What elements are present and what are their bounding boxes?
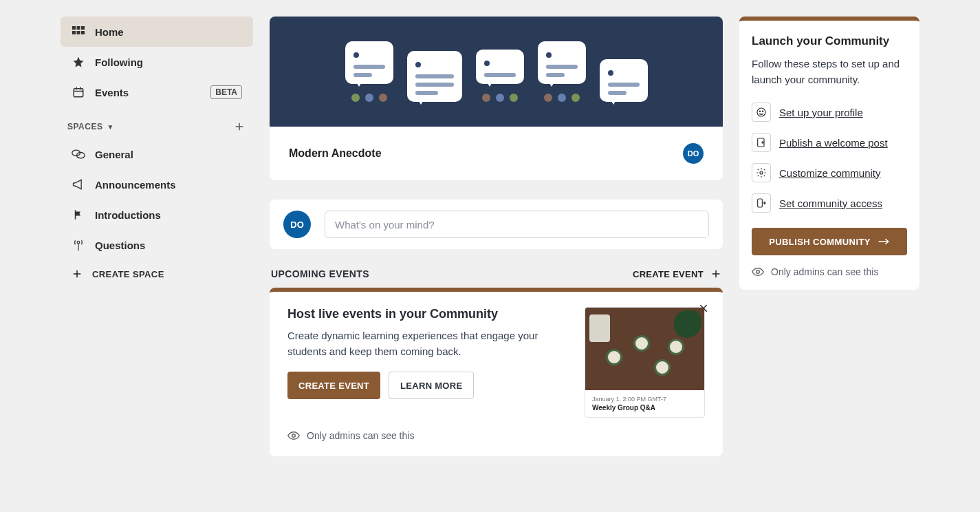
admin-note-text: Only admins can see this (771, 266, 878, 277)
add-space-button[interactable] (232, 120, 246, 134)
post-composer: DO (270, 200, 723, 249)
sample-event-title: Weekly Group Q&A (592, 404, 697, 412)
flag-icon (72, 208, 85, 222)
step-access[interactable]: Set community access (752, 188, 907, 218)
svg-rect-6 (74, 89, 83, 97)
svg-rect-2 (81, 26, 85, 30)
svg-rect-0 (72, 26, 76, 30)
plus-icon (710, 268, 721, 279)
promo-description: Create dynamic learning experiences that… (287, 328, 549, 359)
community-avatar[interactable]: DO (683, 143, 704, 164)
promo-create-event-button[interactable]: CREATE EVENT (287, 372, 380, 399)
nav-label: Events (95, 87, 129, 98)
post-add-icon (752, 133, 771, 152)
create-event-label: CREATE EVENT (633, 269, 704, 279)
star-icon (72, 55, 85, 69)
step-label: Set up your profile (779, 107, 863, 118)
smiley-icon (752, 103, 771, 122)
step-label: Set community access (779, 198, 882, 209)
svg-rect-1 (77, 26, 80, 30)
hero-banner (270, 17, 723, 127)
promo-learn-more-button[interactable]: LEARN MORE (389, 372, 474, 399)
step-label: Customize community (779, 167, 881, 179)
eye-icon (752, 267, 764, 277)
sample-event-card[interactable]: January 1, 2:00 PM GMT-7 Weekly Group Q&… (585, 307, 705, 418)
launch-admin-note: Only admins can see this (752, 266, 907, 277)
exit-icon (752, 193, 771, 213)
svg-point-29 (760, 171, 763, 174)
svg-point-32 (756, 270, 760, 274)
launch-panel: Launch your Community Follow these steps… (739, 17, 919, 456)
button-label: CREATE EVENT (298, 381, 369, 391)
admin-note-text: Only admins can see this (307, 430, 414, 441)
nav-following[interactable]: Following (61, 47, 253, 77)
space-label: General (95, 149, 133, 160)
step-label: Publish a welcome post (779, 137, 888, 149)
promo-title: Host live events in your Community (287, 307, 557, 321)
space-introductions[interactable]: Introductions (61, 200, 253, 230)
sample-event-date: January 1, 2:00 PM GMT-7 (592, 396, 697, 403)
nav-home[interactable]: Home (61, 17, 253, 47)
sidebar: Home Following Events BETA SPACES ▼ (61, 17, 253, 456)
space-label: Announcements (95, 179, 176, 191)
step-welcome-post[interactable]: Publish a welcome post (752, 127, 907, 158)
button-label: LEARN MORE (400, 381, 462, 391)
main-content: Modern Anecdote DO DO UPCOMING EVENTS CR… (270, 17, 723, 456)
launch-description: Follow these steps to set up and launch … (752, 56, 907, 87)
spaces-label[interactable]: SPACES (67, 122, 102, 131)
gear-icon (752, 163, 771, 182)
nav-label: Following (95, 56, 143, 68)
svg-rect-30 (758, 199, 763, 207)
nav-events[interactable]: Events BETA (61, 77, 253, 107)
svg-rect-5 (81, 31, 85, 34)
svg-point-22 (292, 434, 296, 438)
eye-icon (287, 431, 300, 440)
create-space-button[interactable]: CREATE SPACE (61, 260, 253, 288)
community-title: Modern Anecdote (289, 147, 382, 160)
space-label: Introductions (95, 209, 161, 221)
publish-community-button[interactable]: PUBLISH COMMUNITY (752, 228, 907, 255)
create-space-label: CREATE SPACE (92, 269, 164, 279)
beta-badge: BETA (210, 85, 242, 99)
events-section-title: UPCOMING EVENTS (271, 268, 369, 279)
space-general[interactable]: General (61, 139, 253, 169)
svg-rect-4 (77, 31, 80, 34)
arrow-right-icon (878, 237, 890, 246)
launch-title: Launch your Community (752, 34, 907, 48)
svg-point-24 (759, 111, 760, 111)
promo-admin-note: Only admins can see this (270, 430, 723, 456)
user-avatar[interactable]: DO (283, 211, 311, 238)
community-hero: Modern Anecdote DO (270, 17, 723, 180)
chat-bubbles-icon (72, 147, 85, 161)
space-label: Questions (95, 239, 145, 251)
nav-label: Home (95, 26, 124, 38)
calendar-icon (72, 85, 85, 99)
plus-icon (72, 268, 83, 279)
space-announcements[interactable]: Announcements (61, 169, 253, 200)
sample-event-image (585, 308, 704, 390)
step-setup-profile[interactable]: Set up your profile (752, 97, 907, 127)
chevron-down-icon[interactable]: ▼ (107, 123, 113, 131)
grid-icon (72, 25, 85, 39)
svg-point-23 (757, 108, 765, 116)
step-customize[interactable]: Customize community (752, 158, 907, 188)
button-label: PUBLISH COMMUNITY (769, 237, 871, 247)
svg-rect-3 (72, 31, 76, 34)
space-questions[interactable]: Questions (61, 230, 253, 260)
antenna-icon (72, 238, 85, 252)
composer-input[interactable] (325, 211, 709, 238)
events-promo-card: Host live events in your Community Creat… (270, 288, 723, 456)
create-event-button[interactable]: CREATE EVENT (633, 268, 721, 279)
svg-point-25 (762, 111, 763, 111)
svg-point-14 (77, 241, 80, 244)
megaphone-icon (72, 178, 85, 191)
spaces-header: SPACES ▼ (61, 107, 253, 139)
